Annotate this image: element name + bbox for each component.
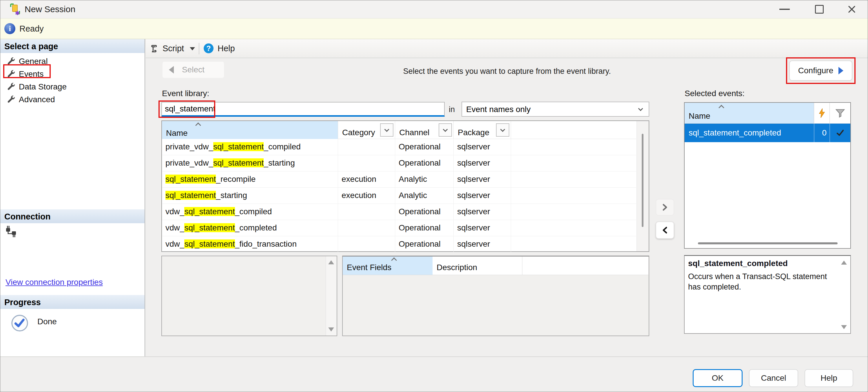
- event-category-cell: [338, 220, 395, 236]
- ok-button[interactable]: OK: [693, 369, 743, 387]
- event-library-row[interactable]: private_vdw_sql_statement_startingOperat…: [162, 155, 636, 171]
- event-name-cell: sql_statement_starting: [162, 188, 338, 203]
- toolbar: Script ? Help: [146, 39, 868, 58]
- script-button[interactable]: Script: [162, 44, 184, 53]
- event-description-body: Occurs when a Transact-SQL statement has…: [688, 271, 834, 292]
- event-library-row[interactable]: vdw_sql_statement_compiledOperationalsql…: [162, 204, 636, 220]
- horizontal-scrollbar-thumb[interactable]: [698, 242, 838, 244]
- category-filter-dropdown[interactable]: [380, 123, 394, 137]
- event-category-cell: [338, 204, 395, 220]
- column-header-filler: [511, 121, 637, 139]
- status-text: Ready: [20, 24, 44, 34]
- scrollbar-thumb[interactable]: [642, 134, 644, 227]
- selected-event-row[interactable]: sql_statement_completed 0: [685, 124, 850, 142]
- event-package-cell: sqlserver: [454, 204, 511, 220]
- event-filler-cell: [511, 139, 636, 155]
- help-button[interactable]: Help: [805, 369, 853, 387]
- search-scope-dropdown[interactable]: Event names only: [462, 102, 649, 117]
- sort-ascending-icon: [718, 105, 724, 110]
- script-icon: [149, 43, 158, 55]
- progress-status: Done: [37, 317, 57, 326]
- help-icon: ?: [204, 43, 214, 53]
- wrench-icon: [7, 82, 16, 92]
- toolbar-help-button[interactable]: Help: [218, 44, 235, 53]
- wrench-icon: [7, 57, 16, 67]
- sidebar-item-events[interactable]: Events: [0, 67, 145, 80]
- sidebar-item-data-storage[interactable]: Data Storage: [0, 80, 145, 93]
- event-category-cell: [338, 139, 395, 155]
- scroll-up-icon[interactable]: [841, 261, 847, 265]
- minimize-button[interactable]: [773, 0, 796, 18]
- event-library-search-input[interactable]: [161, 102, 445, 117]
- view-connection-properties-link[interactable]: View connection properties: [5, 277, 103, 287]
- event-package-cell: sqlserver: [454, 236, 511, 252]
- column-header-event-fields[interactable]: Event Fields: [343, 257, 433, 275]
- event-library-row[interactable]: vdw_sql_statement_completedOperationalsq…: [162, 220, 636, 236]
- vertical-scrollbar[interactable]: [637, 121, 649, 251]
- column-header-description[interactable]: Description: [433, 257, 522, 275]
- select-back-button[interactable]: Select: [162, 62, 224, 78]
- maximize-button[interactable]: [808, 0, 831, 18]
- event-category-cell: execution: [338, 188, 395, 203]
- event-name-cell: vdw_sql_statement_completed: [162, 220, 338, 236]
- flash-column-header[interactable]: [814, 103, 830, 123]
- scroll-down-icon[interactable]: [328, 327, 334, 331]
- event-channel-cell: Operational: [395, 236, 454, 252]
- package-filter-dropdown[interactable]: [496, 123, 509, 137]
- configure-button[interactable]: Configure: [789, 61, 852, 81]
- new-session-window: New Session i Ready Select a page Genera…: [0, 0, 868, 392]
- lightning-bolt-icon: [818, 108, 826, 118]
- event-package-cell: sqlserver: [454, 220, 511, 236]
- script-dropdown-caret-icon[interactable]: [190, 47, 195, 51]
- filter-column-header[interactable]: [830, 103, 850, 123]
- search-match-highlight: sql_statement: [165, 174, 216, 184]
- scroll-down-icon[interactable]: [841, 325, 847, 329]
- event-name-cell: sql_statement_recompile: [162, 171, 338, 187]
- sidebar-item-advanced[interactable]: Advanced: [0, 93, 145, 106]
- sidebar-item-general[interactable]: General: [0, 55, 145, 67]
- event-library-row[interactable]: vdw_sql_statement_fido_transactionOperat…: [162, 236, 636, 253]
- event-library-row[interactable]: sql_statement_startingexecutionAnalytics…: [162, 188, 636, 204]
- vertical-scrollbar[interactable]: [326, 256, 337, 335]
- event-channel-cell: Operational: [395, 220, 454, 236]
- event-description-panel: sql_statement_completed Occurs when a Tr…: [684, 255, 851, 334]
- window-title: New Session: [25, 4, 75, 14]
- chevron-left-icon: [661, 226, 669, 234]
- cancel-button[interactable]: Cancel: [749, 369, 798, 387]
- column-header-name[interactable]: Name: [685, 103, 814, 123]
- status-bar: i Ready: [0, 18, 868, 39]
- library-table-body: private_vdw_sql_statement_compiledOperat…: [162, 139, 636, 251]
- maximize-icon: [815, 5, 824, 13]
- event-category-cell: [338, 155, 395, 171]
- in-label: in: [449, 105, 455, 114]
- event-category-cell: execution: [338, 171, 395, 187]
- remove-event-button[interactable]: [656, 222, 674, 239]
- sidebar-item-label: General: [19, 57, 48, 66]
- event-filler-cell: [511, 220, 636, 236]
- close-button[interactable]: [840, 0, 863, 18]
- search-scope-value: Event names only: [466, 105, 531, 114]
- chevron-down-icon: [384, 127, 390, 132]
- column-header-name[interactable]: Name: [162, 121, 338, 139]
- new-session-icon: [10, 3, 20, 15]
- event-library-row[interactable]: sql_statement_recompileexecutionAnalytic…: [162, 171, 636, 188]
- event-library-label: Event library:: [162, 89, 209, 98]
- event-channel-cell: Operational: [395, 139, 454, 155]
- column-header-channel[interactable]: Channel: [395, 121, 454, 139]
- channel-filter-dropdown[interactable]: [439, 123, 452, 137]
- progress-header: Progress: [0, 295, 145, 309]
- column-header-category[interactable]: Category: [338, 121, 395, 139]
- column-header-package[interactable]: Package: [454, 121, 511, 139]
- event-library-row[interactable]: private_vdw_sql_statement_compiledOperat…: [162, 139, 636, 155]
- add-event-button[interactable]: [656, 199, 674, 216]
- scroll-up-icon[interactable]: [328, 260, 334, 264]
- toolbar-separator: [199, 43, 199, 55]
- sidebar-item-label: Events: [19, 69, 44, 79]
- library-table-header: Name Category Channel Package: [162, 121, 636, 139]
- sidebar-item-label: Advanced: [19, 95, 55, 104]
- selected-event-filter-cell[interactable]: [830, 124, 850, 142]
- wrench-icon: [7, 69, 16, 79]
- sidebar-item-label: Data Storage: [19, 82, 67, 92]
- sidebar: Select a page General Events Data Storag…: [0, 39, 145, 356]
- event-channel-cell: Operational: [395, 204, 454, 220]
